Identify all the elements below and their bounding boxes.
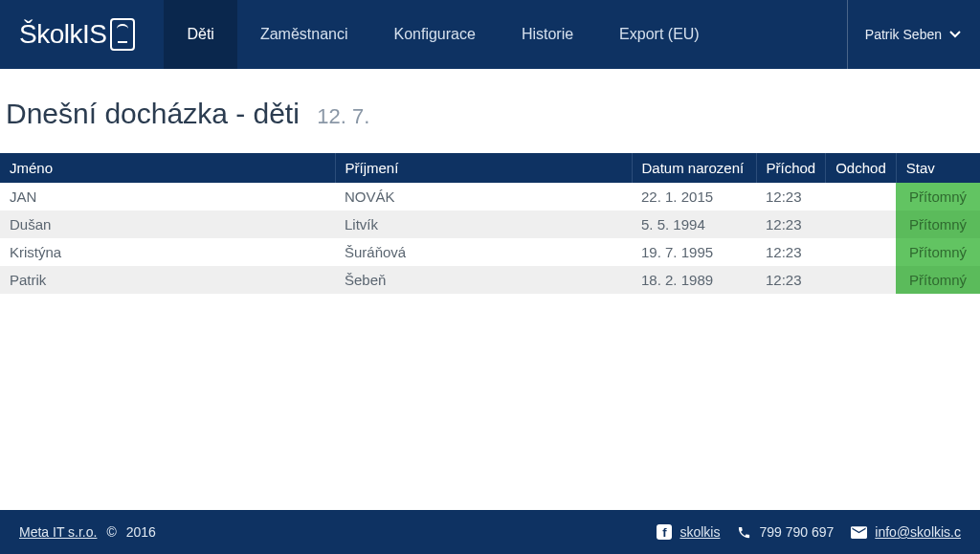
page-title-area: Dnešní docházka - děti 12. 7. bbox=[0, 69, 980, 153]
phone-icon bbox=[737, 525, 751, 540]
status-badge: Přítomný bbox=[896, 238, 980, 266]
user-menu[interactable]: Patrik Seben bbox=[847, 0, 961, 69]
cell-odchod bbox=[826, 266, 897, 294]
nav-item-deti[interactable]: Děti bbox=[164, 0, 236, 69]
cell-prichod: 12:23 bbox=[756, 183, 826, 211]
cell-stav: Přítomný bbox=[896, 238, 980, 266]
cell-jmeno: Kristýna bbox=[0, 238, 335, 266]
cell-datum: 18. 2. 1989 bbox=[632, 266, 756, 294]
nav-item-export[interactable]: Export (EU) bbox=[596, 0, 723, 69]
footer-email-text: info@skolkis.c bbox=[875, 524, 961, 540]
footer-facebook-link[interactable]: f skolkis bbox=[657, 524, 720, 540]
status-badge: Přítomný bbox=[896, 183, 980, 211]
table-row[interactable]: Kristýna Šuráňová 19. 7. 1995 12:23 Přít… bbox=[0, 238, 980, 266]
cell-prichod: 12:23 bbox=[756, 238, 826, 266]
cell-prijmeni: Litvík bbox=[335, 211, 632, 238]
cell-prichod: 12:23 bbox=[756, 266, 826, 294]
cell-datum: 19. 7. 1995 bbox=[632, 238, 756, 266]
footer-right: f skolkis 799 790 697 info@skolkis.c bbox=[657, 524, 961, 540]
app-footer: Meta IT s.r.o. © 2016 f skolkis 799 790 … bbox=[0, 510, 980, 554]
cell-prichod: 12:23 bbox=[756, 211, 826, 238]
col-header-stav[interactable]: Stav bbox=[896, 153, 980, 183]
col-header-prijmeni[interactable]: Příjmení bbox=[335, 153, 632, 183]
cell-jmeno: JAN bbox=[0, 183, 335, 211]
cell-datum: 5. 5. 1994 bbox=[632, 211, 756, 238]
nav-item-zamestnanci[interactable]: Zaměstnanci bbox=[237, 0, 371, 69]
facebook-icon: f bbox=[657, 524, 672, 540]
cell-odchod bbox=[826, 183, 897, 211]
cell-odchod bbox=[826, 211, 897, 238]
cell-prijmeni: NOVÁK bbox=[335, 183, 632, 211]
brand-logo[interactable]: ŠkolkIS bbox=[19, 0, 164, 69]
footer-left: Meta IT s.r.o. © 2016 bbox=[19, 524, 156, 540]
col-header-datum[interactable]: Datum narození bbox=[632, 153, 756, 183]
cell-jmeno: Dušan bbox=[0, 211, 335, 238]
cell-stav: Přítomný bbox=[896, 183, 980, 211]
cell-odchod bbox=[826, 238, 897, 266]
attendance-table: Jméno Příjmení Datum narození Příchod Od… bbox=[0, 153, 980, 294]
brand-device-icon bbox=[110, 18, 135, 51]
copyright-symbol: © bbox=[106, 524, 116, 540]
cell-jmeno: Patrik bbox=[0, 266, 335, 294]
footer-company-link[interactable]: Meta IT s.r.o. bbox=[19, 524, 97, 540]
nav-item-konfigurace[interactable]: Konfigurace bbox=[370, 0, 498, 69]
chevron-down-icon bbox=[949, 31, 961, 38]
page-date: 12. 7. bbox=[317, 104, 369, 128]
col-header-odchod[interactable]: Odchod bbox=[826, 153, 897, 183]
table-row[interactable]: Dušan Litvík 5. 5. 1994 12:23 Přítomný bbox=[0, 211, 980, 238]
page-title: Dnešní docházka - děti bbox=[6, 98, 300, 129]
envelope-icon bbox=[851, 526, 867, 539]
status-badge: Přítomný bbox=[896, 211, 980, 238]
table-row[interactable]: Patrik Šebeň 18. 2. 1989 12:23 Přítomný bbox=[0, 266, 980, 294]
cell-prijmeni: Šebeň bbox=[335, 266, 632, 294]
status-badge: Přítomný bbox=[896, 266, 980, 294]
table-row[interactable]: JAN NOVÁK 22. 1. 2015 12:23 Přítomný bbox=[0, 183, 980, 211]
cell-stav: Přítomný bbox=[896, 211, 980, 238]
col-header-prichod[interactable]: Příchod bbox=[756, 153, 826, 183]
cell-datum: 22. 1. 2015 bbox=[632, 183, 756, 211]
app-header: ŠkolkIS Děti Zaměstnanci Konfigurace His… bbox=[0, 0, 980, 69]
cell-stav: Přítomný bbox=[896, 266, 980, 294]
user-name-label: Patrik Seben bbox=[865, 27, 942, 42]
main-nav: Děti Zaměstnanci Konfigurace Historie Ex… bbox=[164, 0, 836, 69]
nav-item-historie[interactable]: Historie bbox=[499, 0, 596, 69]
table-header-row: Jméno Příjmení Datum narození Příchod Od… bbox=[0, 153, 980, 183]
col-header-jmeno[interactable]: Jméno bbox=[0, 153, 335, 183]
footer-email-link[interactable]: info@skolkis.c bbox=[851, 524, 961, 540]
footer-social-label: skolkis bbox=[679, 524, 720, 540]
brand-name: ŠkolkIS bbox=[19, 19, 106, 50]
footer-phone[interactable]: 799 790 697 bbox=[737, 524, 834, 540]
cell-prijmeni: Šuráňová bbox=[335, 238, 632, 266]
footer-year: 2016 bbox=[126, 524, 156, 540]
footer-phone-number: 799 790 697 bbox=[759, 524, 834, 540]
